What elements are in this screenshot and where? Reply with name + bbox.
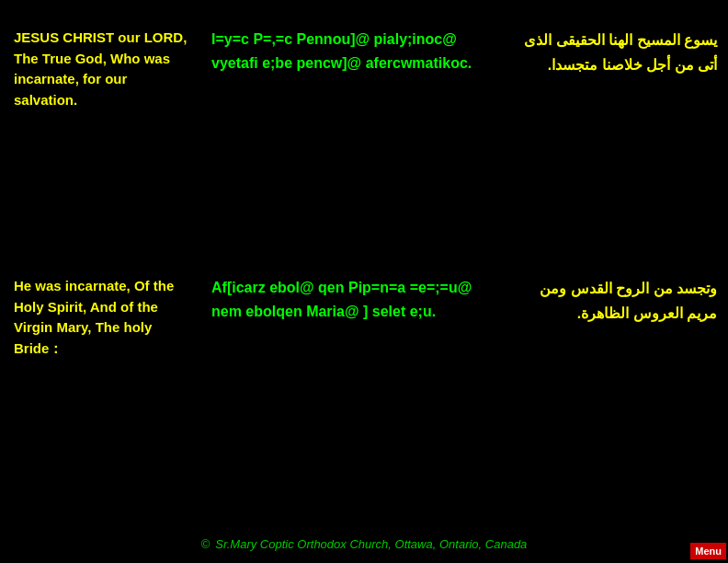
row1-arabic-text: يسوع المسيح الهنا الحقيقى الذى أتى من أج… <box>496 9 726 258</box>
row2-arabic-text: وتجسد من الروح القدس ومن مريم العروس الظ… <box>496 258 726 506</box>
row2-english-text: He was incarnate, Of the Holy Spirit, An… <box>0 258 202 506</box>
row1-english-text: JESUS CHRIST our LORD, The True God, Who… <box>0 9 202 258</box>
copyright-symbol: © <box>201 537 210 551</box>
row1-coptic-text: I=y=c P=,=c Pennou]@ pialy;inoc@ vyetafi… <box>202 9 496 258</box>
row2-coptic-content: Af[icarz ebol@ qen Pip=n=a =e=;=u@ nem e… <box>211 280 472 319</box>
row2-arabic-content: وتجسد من الروح القدس ومن مريم العروس الظ… <box>540 281 717 321</box>
footer: © Sr.Mary Coptic Orthodox Church, Ottawa… <box>0 524 728 563</box>
main-content: JESUS CHRIST our LORD, The True God, Who… <box>0 0 728 515</box>
row2-english-content: He was incarnate, Of the Holy Spirit, An… <box>14 278 174 356</box>
row1-arabic-content: يسوع المسيح الهنا الحقيقى الذى أتى من أج… <box>524 32 717 73</box>
row1-coptic-content: I=y=c P=,=c Pennou]@ pialy;inoc@ vyetafi… <box>211 31 472 71</box>
row1-english-content: JESUS CHRIST our LORD, The True God, Who… <box>14 29 187 108</box>
footer-text: Sr.Mary Coptic Orthodox Church, Ottawa, … <box>215 537 527 551</box>
row2-coptic-text: Af[icarz ebol@ qen Pip=n=a =e=;=u@ nem e… <box>202 258 496 506</box>
menu-button[interactable]: Menu <box>690 543 726 559</box>
